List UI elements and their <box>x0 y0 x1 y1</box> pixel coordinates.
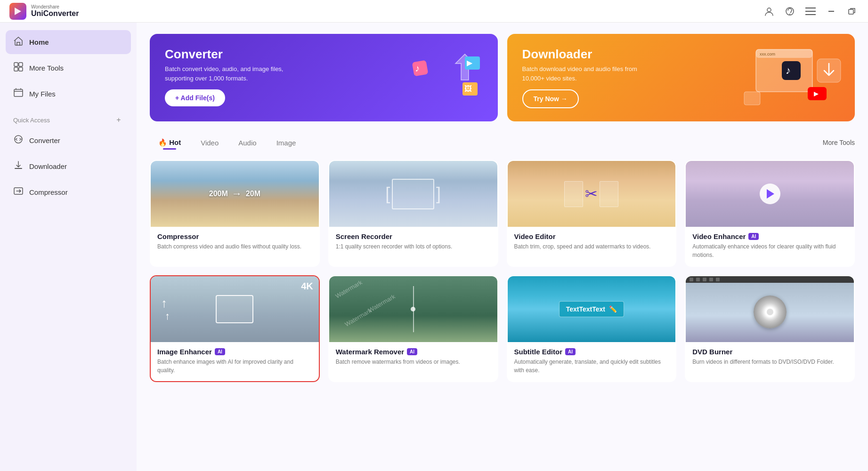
image-enhancer-thumb: 4K ↑ ↑ <box>151 276 319 342</box>
video-enhancer-thumb <box>686 161 854 227</box>
converter-banner: Converter Batch convert video, audio, an… <box>150 34 498 121</box>
restore-button[interactable] <box>845 5 859 18</box>
screen-recorder-title: Screen Recorder <box>336 232 491 240</box>
sidebar-item-downloader[interactable]: Downloader <box>6 154 131 178</box>
compressor-title: Compressor <box>157 232 312 240</box>
tool-card-image-enhancer[interactable]: 4K ↑ ↑ Image Enhancer AI Batch enhance i… <box>150 275 320 382</box>
image-enhancer-title: Image Enhancer AI <box>157 348 312 356</box>
sidebar-more-tools-label: More Tools <box>29 64 64 72</box>
tabs: 🔥 Hot Video Audio Image <box>150 135 304 151</box>
tool-card-compressor[interactable]: 200M → 20M Compressor Batch compress vid… <box>150 160 320 267</box>
watermark-dot <box>411 307 415 311</box>
compress-size-indicator: 200M → 20M <box>209 188 260 200</box>
app-logo <box>9 3 26 20</box>
sidebar-item-my-files[interactable]: My Files <box>6 82 131 106</box>
sidebar-my-files-label: My Files <box>29 90 56 98</box>
tool-card-watermark-remover[interactable]: Watermark Watermark Watermark Watermark … <box>328 275 498 382</box>
dvd-burner-desc: Burn videos in different formats to DVD/… <box>692 358 847 366</box>
converter-icon <box>13 134 24 147</box>
image-enhancer-info: Image Enhancer AI Batch enhance images w… <box>151 342 319 381</box>
subtitle-sample-text: TextTextText <box>566 305 605 313</box>
tool-card-video-enhancer[interactable]: Video Enhancer AI Automatically enhance … <box>685 160 855 267</box>
converter-add-files-button[interactable]: + Add File(s) <box>165 89 225 106</box>
sidebar-item-more-tools[interactable]: More Tools <box>6 56 131 80</box>
more-tools-icon <box>13 62 24 74</box>
compressor-icon <box>13 186 24 199</box>
tool-card-screen-recorder[interactable]: [ ] Screen Recorder 1:1 quality screen r… <box>328 160 498 267</box>
compressor-desc: Batch compress video and audio files wit… <box>157 242 312 251</box>
downloader-try-now-button[interactable]: Try Now → <box>522 89 579 108</box>
content-area: Converter Batch convert video, audio, an… <box>137 23 868 471</box>
image-enhancer-desc: Batch enhance images with AI for improve… <box>157 358 312 375</box>
subtitle-editor-title-text: Subtitle Editor <box>514 348 563 356</box>
tab-image[interactable]: Image <box>268 135 305 151</box>
dvd-hole <box>767 309 773 315</box>
downloader-icon <box>13 160 24 173</box>
tab-video-label: Video <box>201 139 219 147</box>
user-icon[interactable] <box>763 5 776 18</box>
downloader-banner: Downloader Batch download video and audi… <box>507 34 855 121</box>
image-enhancer-ai-badge: AI <box>215 348 225 355</box>
video-enhancer-desc: Automatically enhance videos for clearer… <box>692 242 847 259</box>
converter-banner-title: Converter <box>165 47 483 62</box>
svg-rect-11 <box>14 67 18 71</box>
sidebar-item-home[interactable]: Home <box>6 30 131 54</box>
play-triangle <box>767 189 774 199</box>
watermark-text-3: Watermark <box>343 307 373 328</box>
tab-hot[interactable]: 🔥 Hot <box>150 135 189 151</box>
video-enhancer-ai-badge: AI <box>748 233 759 240</box>
dvd-thumb <box>686 276 854 342</box>
screen-recorder-info: Screen Recorder 1:1 quality screen recor… <box>329 227 497 257</box>
video-editor-title-text: Video Editor <box>514 232 556 240</box>
dvd-burner-title: DVD Burner <box>692 348 847 356</box>
tab-video[interactable]: Video <box>192 135 227 151</box>
my-files-icon <box>13 88 24 100</box>
watermark-remover-desc: Batch remove watermarks from videos or i… <box>336 358 491 366</box>
tool-card-subtitle-editor[interactable]: TextTextText ✏️ Subtitle Editor AI Autom… <box>507 275 677 382</box>
compress-arrow-icon: → <box>232 188 242 200</box>
film-strip-2 <box>600 181 618 207</box>
logo-area: Wondershare UniConverter <box>9 3 79 20</box>
sidebar-item-compressor[interactable]: Compressor <box>6 180 131 204</box>
svg-point-1 <box>767 8 771 12</box>
more-tools-link[interactable]: More Tools <box>823 139 855 146</box>
svg-rect-15 <box>15 168 22 169</box>
downloader-banner-desc: Batch download video and audio files fro… <box>522 64 654 83</box>
quick-access-add-button[interactable]: + <box>114 115 123 125</box>
subtitle-editor-desc: Automatically generate, translate, and q… <box>514 358 669 375</box>
watermark-remover-ai-badge: AI <box>407 348 417 355</box>
sidebar-item-converter[interactable]: Converter <box>6 128 131 152</box>
play-button <box>760 184 780 204</box>
dvd-burner-title-text: DVD Burner <box>692 348 732 356</box>
watermark-remover-info: Watermark Remover AI Batch remove waterm… <box>329 342 497 373</box>
tool-card-dvd-burner[interactable]: DVD Burner Burn videos in different form… <box>685 275 855 382</box>
dvd-burner-info: DVD Burner Burn videos in different form… <box>686 342 854 373</box>
compressor-info: Compressor Batch compress video and audi… <box>151 227 319 257</box>
image-enhancer-title-text: Image Enhancer <box>157 348 212 356</box>
tab-audio-label: Audio <box>238 139 256 147</box>
video-enhancer-title-text: Video Enhancer <box>692 232 746 240</box>
downloader-banner-title: Downloader <box>522 47 840 62</box>
support-icon[interactable] <box>783 5 796 18</box>
film-hole-3 <box>703 278 706 281</box>
tools-grid: 200M → 20M Compressor Batch compress vid… <box>150 160 855 382</box>
converter-banner-content: Converter Batch convert video, audio, an… <box>165 47 483 106</box>
screen-recorder-desc: 1:1 quality screen recorder with lots of… <box>336 242 491 251</box>
svg-rect-9 <box>14 63 18 66</box>
svg-point-3 <box>789 14 790 15</box>
tool-card-video-editor[interactable]: ✂ Video Editor Batch trim, crop, speed a… <box>507 160 677 267</box>
film-hole-2 <box>696 278 700 281</box>
compressor-title-text: Compressor <box>157 232 199 240</box>
menu-icon[interactable] <box>804 5 817 18</box>
video-editor-info: Video Editor Batch trim, crop, speed and… <box>508 227 676 257</box>
subtitle-box: TextTextText ✏️ <box>559 301 624 317</box>
subtitle-editor-info: Subtitle Editor AI Automatically generat… <box>508 342 676 381</box>
compress-to: 20M <box>246 190 260 198</box>
minimize-button[interactable] <box>825 5 838 18</box>
tab-hot-label: Hot <box>169 138 181 146</box>
svg-rect-10 <box>19 63 23 66</box>
screen-recorder-title-text: Screen Recorder <box>336 232 392 240</box>
tab-audio[interactable]: Audio <box>230 135 265 151</box>
svg-rect-12 <box>19 67 23 71</box>
tab-image-label: Image <box>276 139 296 147</box>
